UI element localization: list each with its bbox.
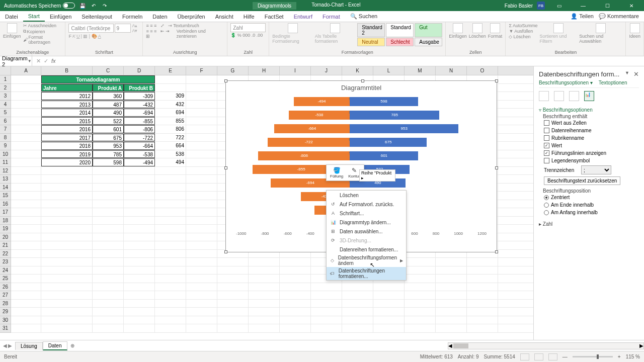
delete-cells-button[interactable]: Löschen — [469, 23, 486, 39]
maximize-icon[interactable]: ☐ — [597, 0, 617, 11]
tab-file[interactable]: Datei — [0, 12, 23, 21]
ideas-button[interactable]: Ideen — [629, 23, 640, 39]
pane-tab-label-options[interactable]: Beschriftungsoptionen ▾ — [539, 80, 593, 85]
sheet-nav-next[interactable]: ▶ — [8, 343, 12, 348]
radio-zentriert[interactable] — [544, 195, 549, 200]
pane-icon-fill[interactable] — [539, 91, 549, 101]
style-standard2[interactable]: Standard 2 — [357, 23, 385, 37]
sheet-tab-daten[interactable]: Daten — [43, 341, 67, 350]
cancel-icon[interactable]: ✕ — [36, 58, 41, 64]
tab-insert[interactable]: Einfügen — [45, 12, 76, 21]
tab-help[interactable]: Hilfe — [238, 12, 260, 21]
series-selector[interactable]: Reihe "Produkt ▸ — [359, 169, 395, 182]
user-avatar[interactable]: FB — [537, 2, 545, 10]
ctx-format-labels[interactable]: 🏷Datenbeschriftungen formatieren... — [327, 267, 406, 280]
check-fuehrung[interactable]: ✓ — [544, 150, 549, 156]
sheet-nav-prev[interactable]: ◀ — [3, 343, 7, 348]
separator-select[interactable]: ; — [581, 165, 611, 174]
autosum-button[interactable]: Σ AutoSumme — [509, 23, 537, 28]
redo-icon[interactable]: ↷ — [101, 2, 108, 9]
tab-factset[interactable]: FactSet — [260, 12, 289, 21]
copy-button[interactable]: ⧉ Kopieren — [23, 29, 62, 34]
clear-button[interactable]: ◇ Löschen — [509, 34, 537, 39]
comments-button[interactable]: 💬 Kommentare — [599, 13, 639, 20]
tab-design[interactable]: Entwurf — [289, 12, 317, 21]
style-gut[interactable]: Gut — [415, 23, 442, 37]
style-schlecht[interactable]: Schlecht — [386, 38, 414, 46]
radio-ende[interactable] — [544, 203, 549, 208]
format-painter-button[interactable]: 🖌 Format übertragen — [23, 35, 62, 45]
ctx-change-shape[interactable]: ◇Datenbeschriftungsformen ändern▶ — [327, 254, 406, 267]
ctx-change-chart[interactable]: 📊Diagrammtyp ändern... — [327, 218, 406, 227]
pane-section-options[interactable]: ▿ Beschriftungsoptionen — [539, 106, 639, 114]
cond-fmt-button[interactable]: Bedingte Formatierung — [272, 23, 313, 44]
font-name-select[interactable] — [68, 24, 114, 33]
view-normal-button[interactable] — [520, 353, 529, 360]
paste-button[interactable]: Einfügen — [3, 23, 21, 39]
zoom-slider[interactable] — [573, 356, 613, 357]
style-ausgabe[interactable]: Ausgabe — [415, 38, 442, 46]
pane-dropdown-icon[interactable]: ▼ — [625, 70, 629, 78]
zoom-in-button[interactable]: + — [618, 354, 621, 359]
toggle-off-icon[interactable] — [63, 3, 75, 9]
select-all-corner[interactable] — [0, 66, 11, 75]
reset-label-button[interactable]: Beschriftungstext zurücksetzen — [544, 176, 620, 185]
ctx-select-data[interactable]: ⊞Daten auswählen... — [327, 227, 406, 236]
user-name[interactable]: Fabio Basler — [505, 3, 533, 9]
check-legend[interactable] — [544, 158, 549, 163]
pane-icon-options[interactable]: 📊 — [584, 91, 594, 101]
as-table-button[interactable]: Als Tabelle formatieren — [315, 23, 355, 44]
check-wert[interactable]: ✓ — [544, 143, 549, 148]
fill-button-mini[interactable]: 🪣Füllung — [328, 166, 345, 179]
tab-formulas[interactable]: Formeln — [117, 12, 147, 21]
ctx-font[interactable]: ASchriftart... — [327, 209, 406, 218]
add-sheet-button[interactable]: ⊕ — [67, 342, 77, 349]
cut-button[interactable]: ✂ Ausschneiden — [23, 23, 62, 28]
chart-title[interactable]: Diagrammtitel — [226, 81, 497, 95]
zoom-level[interactable]: 115 % — [626, 354, 640, 359]
tab-search[interactable]: 🔍 Suchen — [345, 12, 382, 21]
tab-format[interactable]: Format — [317, 12, 345, 21]
share-button[interactable]: 👤 Teilen — [571, 13, 594, 20]
sheet-tab-loesung[interactable]: Lösung — [15, 342, 43, 350]
minimize-icon[interactable]: — — [573, 0, 593, 11]
horizontal-scrollbar[interactable]: ◀▶ — [448, 342, 644, 349]
fx-icon[interactable]: fx — [51, 58, 56, 64]
sort-filter-button[interactable]: Sortieren und Filtern — [539, 23, 577, 44]
enter-icon[interactable]: ✓ — [44, 58, 48, 64]
row-headers[interactable]: 1234567891011121314151617181920212223242… — [0, 75, 11, 333]
pane-icon-size[interactable] — [569, 91, 579, 101]
tab-review[interactable]: Überprüfen — [173, 12, 210, 21]
tab-layout[interactable]: Seitenlayout — [76, 12, 117, 21]
autosave-toggle[interactable]: Automatisches Speichern — [4, 3, 75, 9]
fill-button[interactable]: ▼ Ausfüllen — [509, 29, 537, 34]
check-reihenname[interactable] — [544, 128, 549, 133]
ctx-format-series[interactable]: Datenreihen formatieren... — [327, 245, 406, 254]
format-cells-button[interactable]: Format — [488, 23, 503, 39]
style-neutral[interactable]: Neutral — [357, 38, 385, 46]
radio-anfang[interactable] — [544, 210, 549, 215]
tab-view[interactable]: Ansicht — [210, 12, 238, 21]
ribbon-options-icon[interactable]: ▭ — [549, 0, 569, 11]
insert-cells-button[interactable]: Einfügen — [449, 23, 467, 39]
view-layout-button[interactable] — [534, 353, 543, 360]
tab-data[interactable]: Daten — [147, 12, 172, 21]
font-size-select[interactable] — [115, 24, 131, 33]
check-wert-zellen[interactable] — [544, 120, 549, 126]
tab-home[interactable]: Start — [23, 12, 45, 22]
view-pagebreak-button[interactable] — [548, 353, 557, 360]
check-rubrikenname[interactable] — [544, 135, 549, 141]
save-icon[interactable]: 💾 — [79, 2, 86, 9]
find-button[interactable]: Suchen und Auswählen — [579, 23, 622, 44]
pane-tab-text-options[interactable]: Textoptionen — [599, 80, 627, 85]
pane-section-zahl[interactable]: ▸ Zahl — [539, 220, 639, 228]
pane-icon-effects[interactable] — [554, 91, 564, 101]
zoom-out-button[interactable]: — — [562, 354, 568, 359]
undo-icon[interactable]: ↶ — [90, 2, 97, 9]
pane-close-icon[interactable]: ✕ — [633, 70, 639, 78]
style-standard[interactable]: Standard — [386, 23, 414, 37]
ctx-reset[interactable]: ↺Auf Formatvorl. zurücks. — [327, 200, 406, 209]
close-icon[interactable]: ✕ — [621, 0, 641, 11]
number-format-select[interactable] — [230, 23, 266, 32]
ctx-delete[interactable]: Löschen — [327, 191, 406, 200]
